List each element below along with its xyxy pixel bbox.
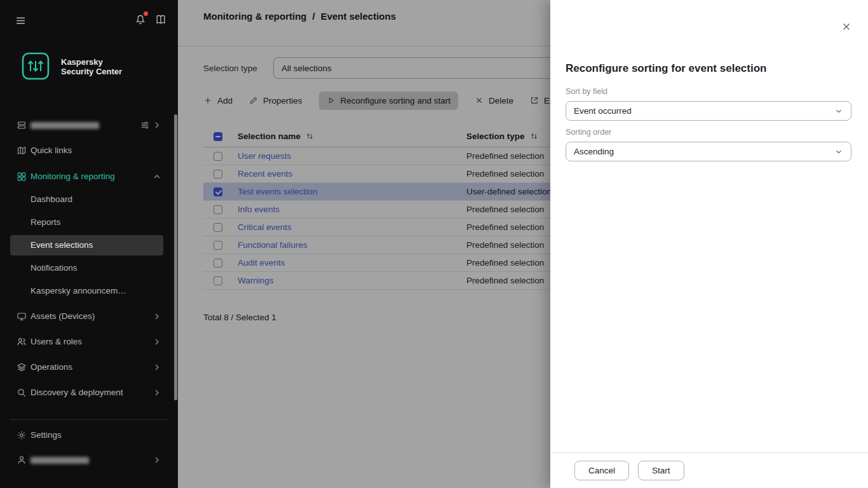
logo-text: Kaspersky Security Center (61, 57, 122, 76)
chevron-right-icon[interactable] (152, 455, 162, 465)
panel-title: Reconfigure sorting for event selection (566, 62, 766, 75)
sidebar-item-server[interactable] (0, 114, 178, 137)
sidebar-item-monitoring-reporting[interactable]: Monitoring & reporting (0, 165, 178, 188)
server-name-redacted (31, 122, 99, 129)
sort-by-field-label: Sort by field (566, 87, 607, 96)
sidebar-item-label: Discovery & deployment (31, 388, 123, 397)
sidebar-item-label: Users & roles (31, 337, 82, 346)
help-book-icon[interactable] (155, 14, 166, 25)
kaspersky-logo-icon (20, 51, 51, 81)
sorting-order-dropdown[interactable]: Ascending (566, 142, 851, 161)
chevron-right-icon[interactable] (152, 120, 162, 130)
username-redacted (31, 457, 89, 464)
sidebar-item-quick-links[interactable]: Quick links (0, 139, 178, 162)
sidebar-scrollbar[interactable] (174, 114, 177, 400)
sidebar-item-discovery-deployment[interactable]: Discovery & deployment (0, 381, 178, 404)
hamburger-menu-icon[interactable] (15, 15, 26, 26)
reconfigure-sorting-panel: Reconfigure sorting for event selection … (550, 0, 868, 488)
layers-icon (17, 362, 27, 372)
gear-icon (17, 430, 27, 440)
sidebar-item-user-account[interactable] (0, 449, 178, 471)
sidebar-item-kaspersky-announcements[interactable]: Kaspersky announcem… (0, 280, 178, 302)
cancel-button[interactable]: Cancel (574, 461, 629, 480)
sidebar-item-label: Dashboard (31, 194, 72, 204)
logo-line1: Kaspersky (61, 57, 122, 67)
sidebar-item-notifications[interactable]: Notifications (0, 257, 178, 280)
panel-footer: Cancel Start (550, 452, 868, 488)
chevron-down-icon (834, 147, 843, 156)
sorting-order-label: Sorting order (566, 128, 611, 137)
sidebar-item-users-roles[interactable]: Users & roles (0, 330, 178, 353)
sidebar-item-assets-devices[interactable]: Assets (Devices) (0, 305, 178, 328)
app-window: Kaspersky Security Center Quick links (0, 0, 868, 488)
sidebar-item-label: Monitoring & reporting (31, 172, 115, 181)
sidebar-divider (10, 419, 168, 420)
sidebar-item-label: Settings (31, 430, 62, 440)
sidebar-item-operations[interactable]: Operations (0, 356, 178, 379)
sidebar-item-reports[interactable]: Reports (0, 211, 178, 234)
chevron-down-icon (834, 107, 843, 116)
magnifier-icon (17, 388, 27, 398)
sidebar: Kaspersky Security Center Quick links (0, 0, 178, 488)
grid-icon (17, 172, 27, 182)
sidebar-item-label: Operations (31, 362, 72, 372)
chevron-right-icon[interactable] (152, 337, 162, 347)
person-icon (17, 455, 27, 465)
notification-badge-dot (144, 11, 148, 16)
chevron-right-icon[interactable] (152, 311, 162, 322)
logo-line2: Security Center (61, 67, 122, 76)
sidebar-item-settings[interactable]: Settings (0, 424, 178, 447)
map-icon (17, 146, 27, 156)
monitor-icon (17, 311, 27, 322)
sidebar-item-dashboard[interactable]: Dashboard (0, 188, 178, 211)
start-button[interactable]: Start (638, 461, 684, 480)
sidebar-item-label: Quick links (31, 146, 72, 155)
sort-by-field-dropdown[interactable]: Event occurred (566, 101, 851, 121)
close-icon[interactable] (841, 22, 851, 32)
sidebar-item-label: Event selections (31, 240, 93, 250)
sidebar-item-label: Reports (31, 217, 60, 227)
server-icon (17, 120, 27, 130)
sidebar-item-label: Kaspersky announcem… (31, 286, 126, 295)
sidebar-item-label: Assets (Devices) (31, 311, 95, 321)
sliders-icon[interactable] (140, 120, 150, 130)
users-icon (17, 337, 27, 347)
chevron-right-icon[interactable] (152, 388, 162, 398)
sidebar-item-event-selections[interactable]: Event selections (0, 234, 178, 257)
chevron-right-icon[interactable] (152, 362, 162, 372)
sidebar-item-label: Notifications (31, 263, 78, 273)
sort-by-field-value: Event occurred (574, 106, 632, 116)
sorting-order-value: Ascending (574, 147, 614, 156)
chevron-up-icon[interactable] (152, 172, 162, 182)
